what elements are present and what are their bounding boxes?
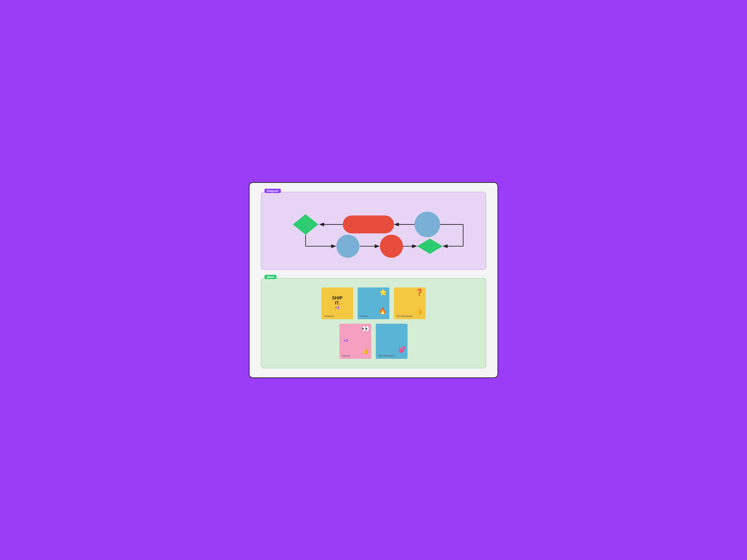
note1-plus: +1: [335, 305, 340, 310]
sticky-note-2[interactable]: ⭐ 🔥 Keeyen: [358, 288, 389, 319]
fire-sticker: 🔥: [379, 308, 387, 314]
note1-ship-text: SHIPIT.: [332, 295, 343, 305]
note4-author: Keeyen: [342, 354, 350, 357]
note5-author: Alex Bettadapur: [379, 354, 394, 357]
note3-author: Alex Bettadapur: [396, 315, 413, 317]
sticky-note-5[interactable]: 💕 Alex Bettadapur: [376, 324, 408, 359]
flowchart: [268, 202, 479, 260]
sticky-grid: SHIPIT. +1 mkaapoor ⭐ 🔥 Keeyen ❓: [268, 288, 479, 359]
diagram-box: [261, 192, 486, 270]
circle-bottom-center: [380, 235, 403, 258]
note1-author: mkaapoor: [324, 315, 334, 317]
flowchart-svg: [268, 202, 479, 260]
diamond-top-left: [293, 214, 318, 235]
note4-plus: +1: [343, 338, 349, 343]
ideas-label: Ideas: [264, 275, 277, 279]
diamond-bottom-right: [417, 238, 443, 254]
sticky-note-4[interactable]: 👀 +1 👍 Keeyen: [339, 324, 371, 359]
sticky-row-1: SHIPIT. +1 mkaapoor ⭐ 🔥 Keeyen ❓: [268, 288, 479, 319]
ideas-section: Ideas SHIPIT. +1 mkaapoor ⭐: [261, 278, 486, 368]
star-sticker: ⭐: [379, 289, 387, 296]
sticky-row-2: 👀 +1 👍 Keeyen 💕 Alex Bettadapur: [268, 324, 479, 359]
rect-top-center: [343, 215, 394, 233]
thumbsup-sticker-1: 👍: [416, 308, 423, 314]
diagram-label: Diagram: [264, 189, 281, 193]
main-container: Diagram: [249, 182, 498, 378]
diagram-section: Diagram: [261, 192, 486, 270]
note2-author: Keeyen: [360, 315, 368, 317]
eyes-sticker: 👀: [361, 325, 369, 332]
hearts-sticker: 💕: [398, 347, 406, 352]
thumbsup-sticker-2: 👍: [362, 348, 369, 354]
circle-bottom-left: [336, 235, 359, 258]
question-sticker: ❓: [415, 289, 423, 296]
circle-top-right: [414, 212, 440, 237]
sticky-note-1[interactable]: SHIPIT. +1 mkaapoor: [321, 288, 353, 319]
ideas-box: SHIPIT. +1 mkaapoor ⭐ 🔥 Keeyen ❓: [261, 278, 486, 368]
sticky-note-3[interactable]: ❓ 👍 Alex Bettadapur: [394, 288, 426, 319]
